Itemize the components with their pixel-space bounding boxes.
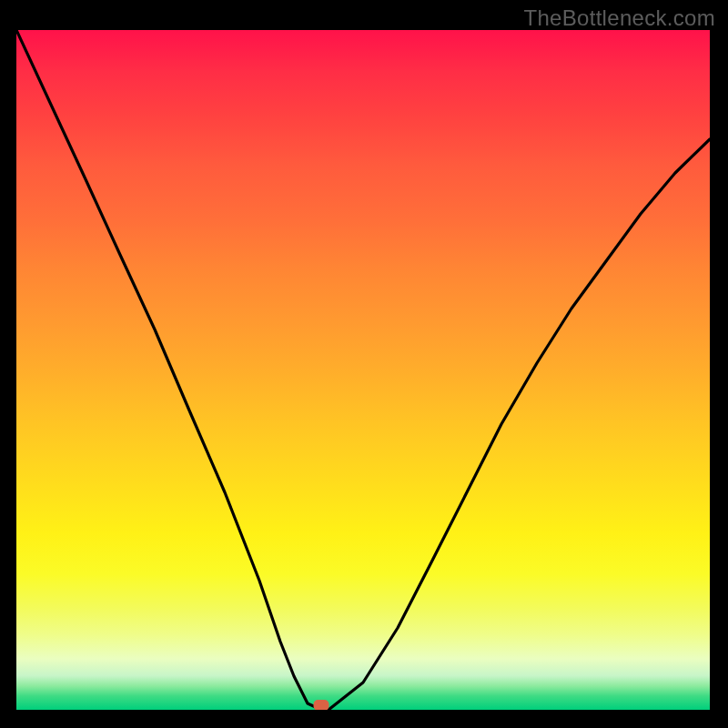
plot-area — [16, 30, 710, 710]
curve-svg — [16, 30, 710, 710]
bottleneck-curve — [16, 30, 710, 710]
chart-frame: TheBottleneck.com — [0, 0, 728, 728]
watermark-text: TheBottleneck.com — [523, 5, 715, 31]
optimum-marker — [314, 700, 329, 710]
